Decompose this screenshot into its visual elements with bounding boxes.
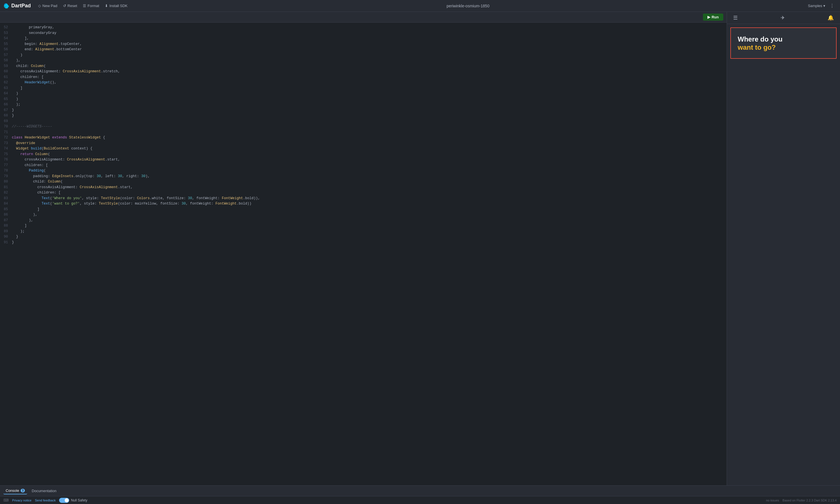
console-tab-label: Console [6,488,19,493]
line-number: 55 [0,41,11,47]
line-content: ); [11,102,727,108]
line-number: 67 [0,108,11,113]
line-content: } [11,234,727,240]
line-content: primaryGray, [11,25,727,31]
null-safety-label: Null Safety [71,498,87,502]
run-icon: ▶ [708,15,710,19]
flutter-version-text: Based on Flutter 2.2.3 Dart SDK 2.13.4 [783,499,837,502]
preview-content: Where do you want to go? [727,24,840,485]
toggle-knob [65,498,69,502]
line-number: 91 [0,240,11,246]
line-content: child: Column( [11,179,727,185]
notifications-button[interactable]: 🔔 [826,14,836,21]
reset-button[interactable]: ↺ Reset [60,2,80,9]
line-content: secondaryGray [11,31,727,36]
line-content: ), [11,58,727,64]
code-line: 70//-----WIDGETS----- [0,124,727,130]
code-line: 66 ); [0,102,727,108]
code-line: 69 [0,119,727,124]
line-content: HeaderWidget(), [11,80,727,86]
line-number: 62 [0,80,11,86]
line-number: 81 [0,185,11,191]
line-number: 87 [0,218,11,223]
privacy-notice-link[interactable]: Privacy notice [12,499,31,502]
line-content [11,130,727,135]
run-button[interactable]: ▶ Run [703,14,723,21]
airplane-icon: ✈ [781,15,785,21]
documentation-tab[interactable]: Documentation [30,488,58,494]
line-content: ), [11,212,727,218]
code-line: 61 children: [ [0,75,727,80]
console-badge: 3 [21,489,25,492]
hamburger-menu-button[interactable]: ☰ [731,14,739,21]
more-icon: ⋮ [830,3,834,8]
line-number: 90 [0,234,11,240]
code-line: 64 ) [0,91,727,96]
line-number: 64 [0,91,11,96]
code-line: 67} [0,108,727,113]
code-line: 54 ], [0,36,727,41]
status-bar: ⌨ Privacy notice Send feedback Null Safe… [0,496,840,504]
line-number: 61 [0,75,11,80]
format-button[interactable]: ☰ Format [80,2,102,9]
line-content: //-----WIDGETS----- [11,124,727,130]
line-number: 82 [0,190,11,196]
code-line: 87 ), [0,218,727,223]
code-line: 59 child: Column( [0,64,727,69]
null-safety-toggle[interactable] [59,498,69,503]
line-number: 71 [0,130,11,135]
send-feedback-link[interactable]: Send feedback [35,499,55,502]
line-number: 58 [0,58,11,64]
line-number: 72 [0,135,11,141]
code-line: 58 ), [0,58,727,64]
null-safety-toggle-container: Null Safety [59,498,87,503]
more-options-button[interactable]: ⋮ [827,2,837,10]
line-content: children: [ [11,190,727,196]
line-content: return Column( [11,152,727,157]
line-number: 57 [0,53,11,58]
line-number: 78 [0,168,11,174]
line-content: crossAxisAlignment: CrossAxisAlignment.s… [11,185,727,191]
line-content: begin: Alignment.topCenter, [11,41,727,47]
line-content: Text('Where do you', style: TextStyle(co… [11,196,727,201]
run-label: Run [712,15,719,19]
new-pad-button[interactable]: ◇ New Pad [35,2,60,9]
line-content: Padding( [11,168,727,174]
line-content [11,119,727,124]
code-line: 62 HeaderWidget(), [0,80,727,86]
code-line: 84 Text('want to go?', style: TextStyle(… [0,201,727,207]
code-line: 55 begin: Alignment.topCenter, [0,41,727,47]
logo-area: DartPad [3,3,31,9]
preview-white-text: Where do you [738,35,829,43]
preview-panel: ☰ ✈ 🔔 Where do you want to go? [727,12,840,485]
line-number: 80 [0,179,11,185]
line-content: ) [11,91,727,96]
line-content: class HeaderWidget extends StatelessWidg… [11,135,727,141]
code-line: 78 Padding( [0,168,727,174]
documentation-tab-label: Documentation [32,489,56,493]
console-tab[interactable]: Console 3 [3,487,27,494]
line-content: } [11,240,727,246]
samples-button[interactable]: Samples ▾ [805,2,827,9]
line-number: 73 [0,141,11,146]
code-editor[interactable]: 52 primaryGray,53 secondaryGray54 ],55 b… [0,23,727,485]
code-line: 79 padding: EdgeInsets.only(top: 30, lef… [0,174,727,179]
code-line: 75 return Column( [0,152,727,157]
code-line: 60 crossAxisAlignment: CrossAxisAlignmen… [0,69,727,75]
install-sdk-button[interactable]: ⬇ Install SDK [102,2,130,9]
line-content: Text('want to go?', style: TextStyle(col… [11,201,727,207]
line-number: 60 [0,69,11,75]
line-content: padding: EdgeInsets.only(top: 30, left: … [11,174,727,179]
line-content: Widget build(BuildContext context) { [11,146,727,152]
code-line: 89 ); [0,229,727,234]
no-issues-text: no issues [766,499,779,502]
chevron-down-icon: ▾ [823,4,825,8]
line-content: ); [11,229,727,234]
install-sdk-icon: ⬇ [105,4,108,8]
line-content: ] [11,223,727,229]
code-line: 53 secondaryGray [0,31,727,36]
airplane-mode-button[interactable]: ✈ [779,14,787,21]
line-content: } [11,108,727,113]
format-icon: ☰ [83,4,86,8]
code-line: 77 children: [ [0,163,727,168]
